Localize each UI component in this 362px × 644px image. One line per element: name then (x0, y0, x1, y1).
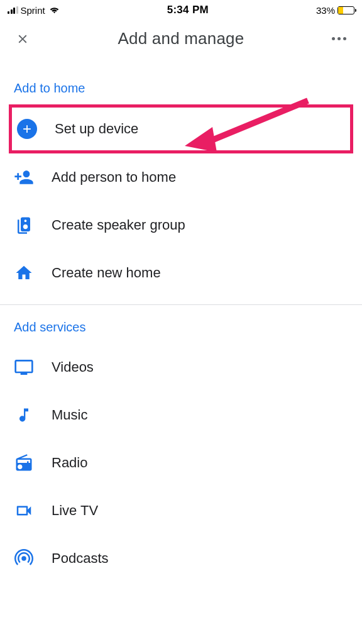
item-label: Videos (52, 359, 94, 375)
speaker-group-icon (14, 215, 34, 235)
plus-circle-icon: + (17, 119, 37, 139)
section-header-add-services: Add services (0, 305, 362, 343)
status-left: Sprint (8, 5, 60, 16)
tv-icon (14, 357, 34, 377)
page-title: Add and manage (118, 29, 244, 48)
battery-percent: 33% (316, 5, 335, 16)
item-podcasts[interactable]: Podcasts (0, 535, 362, 582)
section-header-add-to-home: Add to home (0, 56, 362, 104)
podcast-icon (14, 548, 34, 569)
status-right: 33% (316, 5, 354, 16)
item-label: Podcasts (52, 550, 109, 567)
app-header: Add and manage (0, 19, 362, 56)
item-label: Create speaker group (52, 217, 185, 233)
svg-point-0 (21, 556, 26, 561)
close-button[interactable] (14, 30, 31, 48)
item-label: Set up device (55, 121, 138, 137)
item-radio[interactable]: Radio (0, 439, 362, 487)
wifi-icon (49, 6, 60, 14)
item-videos[interactable]: Videos (0, 343, 362, 391)
close-icon (16, 32, 30, 46)
highlight-annotation: + Set up device (9, 104, 353, 153)
item-speaker-group[interactable]: Create speaker group (0, 201, 362, 249)
item-create-home[interactable]: Create new home (0, 249, 362, 297)
radio-icon (14, 453, 34, 473)
music-note-icon (14, 405, 34, 425)
video-camera-icon (14, 501, 34, 521)
item-set-up-device[interactable]: + Set up device (12, 108, 350, 150)
item-label: Add person to home (52, 169, 176, 186)
more-icon (332, 37, 335, 40)
item-label: Music (52, 407, 87, 423)
signal-icon (8, 6, 18, 14)
more-button[interactable] (331, 30, 348, 48)
item-music[interactable]: Music (0, 391, 362, 439)
status-bar: Sprint 5:34 PM 33% (0, 0, 362, 19)
person-add-icon (14, 167, 34, 187)
item-live-tv[interactable]: Live TV (0, 487, 362, 535)
home-icon (14, 263, 34, 283)
battery-icon (337, 6, 354, 14)
item-label: Live TV (52, 502, 98, 519)
carrier-label: Sprint (21, 5, 45, 16)
status-time: 5:34 PM (167, 4, 209, 16)
item-add-person[interactable]: Add person to home (0, 153, 362, 201)
item-label: Create new home (52, 265, 161, 281)
item-label: Radio (52, 455, 87, 471)
